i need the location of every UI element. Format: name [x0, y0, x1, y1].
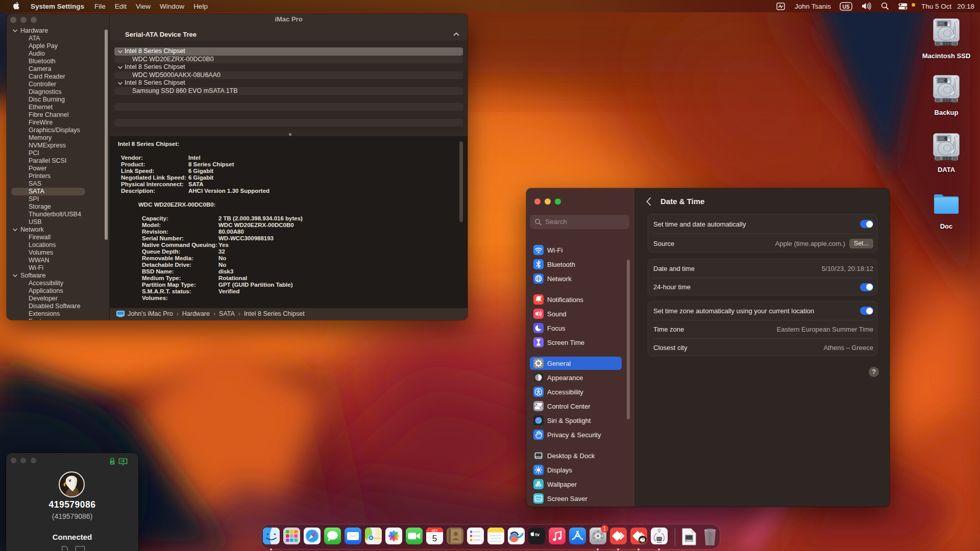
svg-text:5: 5 — [432, 534, 436, 543]
svg-text:US: US — [842, 4, 849, 9]
svg-text:OCT: OCT — [431, 529, 437, 532]
svg-text:tv: tv — [535, 532, 540, 537]
